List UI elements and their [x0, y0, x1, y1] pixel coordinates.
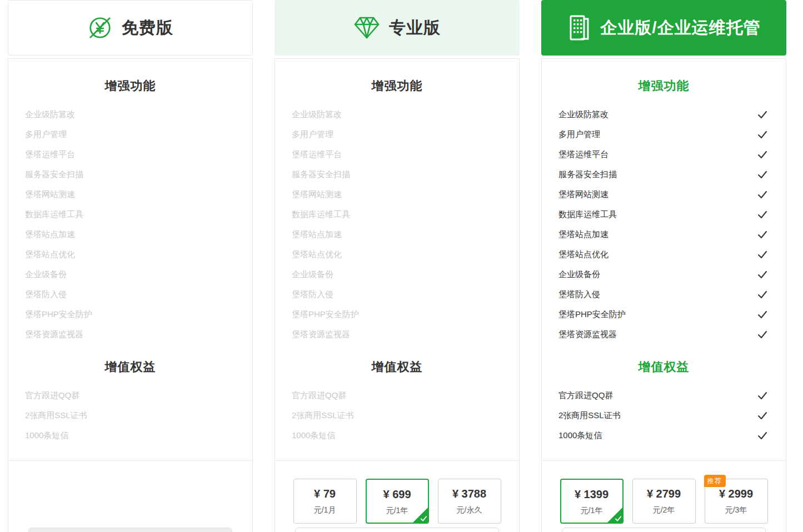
- benefit-list: 官方跟进QQ群 2张商用SSL证书 1000条短信: [542, 385, 786, 445]
- features-area: 增强功能 企业级防篡改 多用户管理 堡塔运维平台: [275, 59, 519, 461]
- benefit-item: 2张商用SSL证书: [25, 405, 236, 425]
- price-amount: ¥ 699: [367, 488, 428, 501]
- check-icon: [757, 410, 768, 421]
- check-icon: [757, 169, 768, 180]
- price-option[interactable]: ¥ 79 元/1月: [293, 479, 357, 524]
- feature-list: 企业级防篡改 多用户管理 堡塔运维平台: [542, 104, 786, 344]
- feature-item: 企业级防篡改: [25, 104, 236, 124]
- feature-item: 多用户管理: [25, 124, 236, 144]
- feature-item: 多用户管理: [558, 124, 769, 144]
- feature-item: 堡塔站点加速: [25, 224, 236, 244]
- benefit-list: 官方跟进QQ群 2张商用SSL证书 1000条短信: [275, 385, 519, 445]
- check-icon: [757, 289, 768, 300]
- feature-item: 堡塔运维平台: [558, 144, 769, 164]
- section-title-benefits: 增值权益: [275, 344, 519, 374]
- feature-item: 企业级备份: [558, 264, 769, 284]
- price-amount: ¥ 3788: [438, 488, 501, 500]
- buy-button-cutoff[interactable]: [562, 528, 766, 532]
- price-option[interactable]: ¥ 1399 元/1年: [560, 479, 624, 524]
- price-amount: ¥ 1399: [561, 488, 622, 501]
- feature-item: 堡塔站点加速: [292, 224, 502, 244]
- benefit-item: 官方跟进QQ群: [25, 385, 236, 405]
- plan-title: 免费版: [122, 17, 173, 39]
- section-title-features: 增强功能: [275, 59, 519, 93]
- plan-body-free: 增强功能 企业级防篡改 多用户管理 堡塔运维平台: [8, 58, 253, 532]
- check-icon: [757, 109, 768, 120]
- benefit-list: 官方跟进QQ群 2张商用SSL证书 1000条短信: [8, 385, 252, 445]
- plan-header-enterprise: 企业版/企业运维托管: [541, 0, 786, 56]
- benefit-item: 1000条短信: [25, 425, 236, 445]
- feature-item: 多用户管理: [292, 124, 502, 144]
- feature-item: 堡塔运维平台: [292, 144, 502, 164]
- feature-item: 服务器安全扫描: [25, 164, 236, 184]
- price-area: ¥ 79 元/1月 ¥ 699 元/1年: [275, 461, 519, 532]
- feature-item: 堡塔网站测速: [558, 184, 769, 204]
- plan-body-enterprise: 增强功能 企业级防篡改 多用户管理: [541, 58, 786, 532]
- plan-title: 企业版/企业运维托管: [600, 17, 760, 39]
- price-option[interactable]: ¥ 2799 元/2年: [632, 479, 696, 524]
- check-icon: [757, 430, 768, 441]
- feature-item: 堡塔站点优化: [558, 244, 769, 264]
- benefit-item: 1000条短信: [558, 425, 769, 445]
- feature-item: 堡塔运维平台: [25, 144, 236, 164]
- plan-title: 专业版: [389, 17, 441, 39]
- feature-item: 企业级备份: [25, 264, 236, 284]
- section-title-benefits: 增值权益: [542, 344, 786, 374]
- feature-item: 企业级防篡改: [292, 104, 502, 124]
- buy-button-cutoff[interactable]: [295, 528, 499, 532]
- feature-item: 堡塔站点优化: [292, 244, 502, 264]
- feature-item: 堡塔资源监视器: [558, 324, 769, 344]
- check-icon: [757, 329, 768, 340]
- check-icon: [757, 189, 768, 200]
- price-option[interactable]: 推荐 ¥ 2999 元/3年: [705, 479, 768, 524]
- price-unit: 元/永久: [438, 505, 501, 515]
- plan-header-pro: 专业版: [275, 0, 520, 56]
- free-no-money-icon: [87, 15, 113, 41]
- feature-item: 堡塔资源监视器: [25, 324, 236, 344]
- price-option[interactable]: ¥ 3788 元/永久: [438, 479, 501, 524]
- feature-list: 企业级防篡改 多用户管理 堡塔运维平台 服务器安全扫描: [275, 104, 519, 344]
- price-unit: 元/3年: [705, 505, 767, 515]
- benefit-item: 2张商用SSL证书: [292, 405, 502, 425]
- price-unit: 元/1年: [561, 506, 622, 516]
- diamond-icon: [353, 16, 380, 39]
- feature-item: 堡塔PHP安全防护: [292, 304, 502, 324]
- price-area: [8, 461, 252, 532]
- feature-item: 企业级防篡改: [558, 104, 769, 124]
- check-icon: [757, 390, 768, 401]
- feature-item: 数据库运维工具: [25, 204, 236, 224]
- price-unit: 元/1月: [294, 505, 356, 515]
- check-icon: [757, 269, 768, 280]
- section-title-features: 增强功能: [8, 59, 252, 93]
- recommend-badge: 推荐: [704, 475, 726, 487]
- price-amount: ¥ 2799: [633, 488, 695, 500]
- feature-item: 服务器安全扫描: [292, 164, 502, 184]
- price-option[interactable]: ¥ 699 元/1年: [366, 479, 429, 524]
- benefit-item: 1000条短信: [292, 425, 502, 445]
- feature-list: 企业级防篡改 多用户管理 堡塔运维平台 服务器安全扫描: [8, 104, 252, 344]
- benefit-item: 官方跟进QQ群: [292, 385, 502, 405]
- benefit-item: 官方跟进QQ群: [558, 385, 769, 405]
- price-amount: ¥ 79: [294, 488, 356, 500]
- check-icon: [757, 249, 768, 260]
- feature-item: 堡塔防入侵: [292, 284, 502, 304]
- plan-column-enterprise: 企业版/企业运维托管 增强功能 企业级防篡改 多用户管理: [541, 0, 786, 532]
- feature-item: 服务器安全扫描: [558, 164, 769, 184]
- check-icon: [757, 149, 768, 160]
- check-icon: [757, 309, 768, 320]
- feature-item: 堡塔网站测速: [25, 184, 236, 204]
- feature-item: 数据库运维工具: [558, 204, 769, 224]
- feature-item: 堡塔资源监视器: [292, 324, 502, 344]
- plan-column-free: 免费版 增强功能 企业级防篡改 多用户管理 堡塔运维平台: [8, 0, 253, 532]
- feature-item: 堡塔防入侵: [558, 284, 769, 304]
- feature-item: 堡塔防入侵: [25, 284, 236, 304]
- features-area: 增强功能 企业级防篡改 多用户管理 堡塔运维平台: [8, 59, 252, 461]
- buy-button-cutoff[interactable]: [28, 528, 232, 532]
- price-unit: 元/2年: [633, 505, 695, 515]
- check-icon: [757, 209, 768, 220]
- features-area: 增强功能 企业级防篡改 多用户管理: [542, 59, 786, 461]
- benefit-item: 2张商用SSL证书: [558, 405, 769, 425]
- check-icon: [757, 129, 768, 140]
- plan-column-pro: 专业版 增强功能 企业级防篡改 多用户管理 堡塔运维平台: [275, 0, 520, 532]
- price-unit: 元/1年: [367, 506, 428, 516]
